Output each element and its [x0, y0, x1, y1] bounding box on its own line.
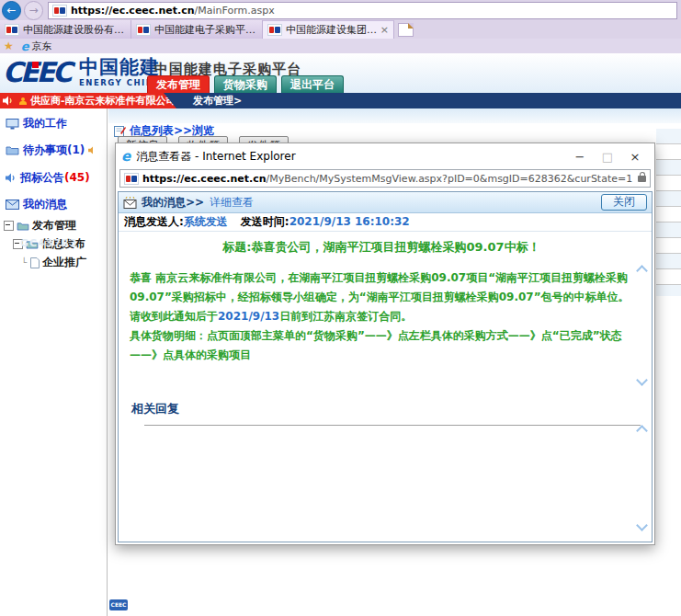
- forward-button[interactable]: →: [24, 1, 43, 20]
- address-bar[interactable]: https://ec.ceec.net.cn/MainForm.aspx: [48, 2, 677, 19]
- ceec-favicon: [136, 24, 151, 36]
- popup-address-bar[interactable]: https://ec.ceec.net.cn/MyBench/MySystemM…: [119, 169, 651, 188]
- tab-label: 中国能源建设股份有限公司: [23, 23, 126, 37]
- site-header: CEEC 中国能建 ENERGY CHINA 中国能建电子采购平台 发布管理 货…: [0, 53, 681, 93]
- ceec-favicon: [5, 24, 19, 36]
- screen: ← → https://ec.ceec.net.cn/MainForm.aspx…: [0, 0, 681, 616]
- ie-icon: e: [21, 40, 29, 52]
- replies-area: 相关回复: [119, 397, 652, 542]
- favorites-bar: ★ e 京东: [0, 39, 681, 53]
- tree-node-label: 发布管理: [32, 218, 76, 234]
- tree-node-promo[interactable]: └ 企业推广: [0, 255, 107, 270]
- tab-label: 中国能源建设集团（股份）…: [286, 23, 378, 37]
- minimize-button[interactable]: −: [566, 150, 594, 164]
- lock-icon: [638, 176, 646, 182]
- tab-label: 中国能建电子采购平台官网: [154, 23, 257, 37]
- breadcrumb: 发布管理>: [193, 93, 242, 108]
- ceec-favicon: [267, 24, 282, 36]
- sidebar-item-label: 招标公告(45): [20, 170, 90, 186]
- message-paragraph: 恭喜 南京云来标准件有限公司，在湖南平江项目扭剪螺栓采购09.07项目“湖南平江…: [130, 268, 633, 326]
- supplier-name: 供应商-南京云来标准件有限公司: [30, 94, 176, 108]
- scroll-up-icon[interactable]: [636, 425, 648, 437]
- supplier-bar: 供应商-南京云来标准件有限公司 发布管理>: [0, 93, 681, 108]
- folder-icon: [17, 222, 29, 231]
- time-label: 发送时间:: [241, 215, 289, 228]
- browser-tab-1[interactable]: 中国能源建设股份有限公司: [0, 20, 131, 39]
- time-value: 2021/9/13 16:10:32: [289, 215, 410, 228]
- close-button[interactable]: 关闭: [601, 194, 647, 211]
- replies-title: 相关回复: [131, 397, 652, 417]
- scroll-up-icon[interactable]: [636, 265, 648, 277]
- tree-connector: └: [20, 257, 28, 268]
- ceec-favicon: [52, 5, 67, 17]
- sidebar-item-label: 我的消息: [23, 197, 67, 212]
- speaker-icon: [88, 146, 97, 154]
- sidebar-item-my-messages[interactable]: 我的消息: [0, 197, 107, 212]
- sender-label: 消息发送人:: [124, 215, 184, 228]
- nav-tab-publish[interactable]: 发布管理: [147, 75, 210, 93]
- sidebar-item-todo[interactable]: 待办事项(1): [0, 143, 107, 158]
- notice-count: (45): [64, 171, 90, 184]
- collapse-icon[interactable]: [4, 221, 14, 231]
- sidebar-item-label: 待办事项(1): [23, 143, 85, 158]
- sidebar-item-label: 我的工作: [23, 116, 67, 131]
- person-icon: [19, 97, 27, 105]
- envelope-icon: [6, 200, 19, 210]
- message-paragraphs: 恭喜 南京云来标准件有限公司，在湖南平江项目扭剪螺栓采购09.07项目“湖南平江…: [130, 268, 633, 365]
- url-text: https://ec.ceec.net.cn/MainForm.aspx: [71, 5, 275, 17]
- speaker-icon: [6, 173, 17, 183]
- watermark: GC43783: [20, 237, 77, 249]
- favorites-star-icon[interactable]: ★: [4, 40, 14, 51]
- popup-window-title: 消息查看器 - Internet Explorer: [136, 149, 566, 165]
- scroll-down-icon[interactable]: [636, 374, 648, 386]
- close-window-button[interactable]: ×: [621, 150, 649, 164]
- sidebar-item-bid-notice[interactable]: 招标公告(45): [0, 170, 107, 186]
- browser-chrome: ← → https://ec.ceec.net.cn/MainForm.aspx…: [0, 0, 681, 53]
- message-body-area: 标题:恭喜贵公司，湖南平江项目扭剪螺栓采购09.07中标！ 恭喜 南京云来标准件…: [119, 232, 652, 392]
- ceec-logo: CEEC 中国能建 ENERGY CHINA: [3, 56, 161, 89]
- scroll-down-icon[interactable]: [636, 519, 648, 531]
- favorite-link-jd[interactable]: 京东: [32, 40, 52, 53]
- monitor-icon: [6, 119, 19, 130]
- replies-divider: [144, 425, 641, 426]
- back-button[interactable]: ←: [2, 1, 21, 20]
- sidebar-item-my-work[interactable]: 我的工作: [0, 116, 107, 131]
- browser-tab-2[interactable]: 中国能建电子采购平台官网: [131, 20, 263, 39]
- content-top-band: [108, 108, 681, 123]
- new-tab-button[interactable]: [398, 23, 414, 37]
- message-list-rows: [656, 129, 681, 296]
- ceec-logo-mark: CEEC: [3, 56, 70, 89]
- popup-url-text: https://ec.ceec.net.cn/MyBench/MySystemM…: [142, 173, 634, 185]
- message-meta: 消息发送人:系统发送发送时间:2021/9/13 16:10:32: [119, 213, 652, 232]
- folder-icon: [6, 145, 19, 155]
- tab-close-icon[interactable]: ×: [380, 24, 389, 36]
- address-bar-row: ← → https://ec.ceec.net.cn/MainForm.aspx: [0, 0, 681, 20]
- message-viewer-window: e 消息查看器 - Internet Explorer − □ × https:…: [115, 143, 655, 545]
- tree-node-publish[interactable]: 发布管理: [0, 218, 107, 234]
- sidebar: 我的工作 待办事项(1) 招标公告(45) 我的消息: [0, 108, 108, 616]
- mail-burst-icon: [123, 197, 138, 209]
- popup-title-bar[interactable]: e 消息查看器 - Internet Explorer − □ ×: [116, 143, 654, 169]
- popup-url-row: https://ec.ceec.net.cn/MyBench/MySystemM…: [116, 169, 654, 189]
- detail-view-link[interactable]: 详细查看: [210, 195, 254, 211]
- message-title: 标题:恭喜贵公司，湖南平江项目扭剪螺栓采购09.07中标！: [130, 239, 633, 256]
- section-title: 我的消息>>: [142, 195, 204, 211]
- maximize-button[interactable]: □: [594, 150, 621, 164]
- ie-icon: e: [121, 150, 131, 164]
- supplier-segment: 供应商-南京云来标准件有限公司: [0, 93, 176, 108]
- ceec-favicon: [124, 173, 139, 185]
- nav-tab-goods[interactable]: 货物采购: [214, 75, 277, 93]
- tab-bar: 中国能源建设股份有限公司 中国能建电子采购平台官网 中国能源建设集团（股份）… …: [0, 20, 681, 39]
- browser-tab-3[interactable]: 中国能源建设集团（股份）… ×: [263, 20, 394, 39]
- speaker-icon: [3, 96, 14, 106]
- message-paragraph: 具体货物明细：点页面顶部主菜单的“货物采购”——》点左栏具体的采购方式——》点“…: [130, 326, 633, 365]
- document-icon: [30, 257, 40, 268]
- message-section-header: 我的消息>> 详细查看 关闭: [119, 192, 652, 213]
- nav-tab-exit[interactable]: 退出平台: [281, 75, 344, 93]
- tree-node-label: 企业推广: [42, 255, 86, 270]
- popup-content: 我的消息>> 详细查看 关闭 消息发送人:系统发送发送时间:2021/9/13 …: [118, 191, 653, 542]
- ceec-mini-badge: CEEC: [109, 599, 128, 610]
- main-nav-tabs: 发布管理 货物采购 退出平台: [147, 75, 344, 93]
- sender-value: 系统发送: [184, 215, 228, 228]
